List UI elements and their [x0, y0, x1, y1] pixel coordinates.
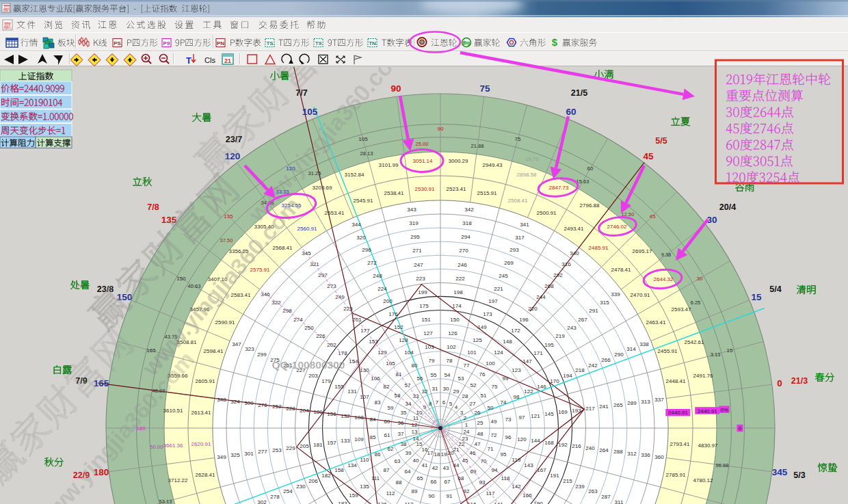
svg-text:196: 196 [519, 317, 529, 323]
svg-text:54: 54 [445, 372, 451, 378]
svg-text:339: 339 [611, 291, 620, 297]
svg-text:0: 0 [777, 378, 782, 388]
svg-text:153: 153 [369, 339, 378, 345]
svg-text:2605.91: 2605.91 [196, 378, 215, 384]
svg-text:24: 24 [464, 429, 470, 435]
svg-text:6.25: 6.25 [691, 300, 701, 306]
svg-text:2847.73: 2847.73 [549, 185, 569, 191]
svg-text:320: 320 [356, 235, 366, 241]
svg-text:2440.91: 2440.91 [668, 410, 688, 416]
svg-text:78: 78 [447, 358, 453, 364]
svg-text:6: 6 [442, 399, 446, 406]
svg-text:26: 26 [475, 410, 481, 416]
svg-text:287: 287 [601, 494, 611, 500]
svg-text:158: 158 [334, 467, 344, 473]
svg-text:295: 295 [410, 234, 420, 240]
svg-text:70: 70 [481, 458, 487, 464]
svg-text:294: 294 [461, 234, 471, 240]
svg-text:142: 142 [512, 483, 521, 490]
svg-text:73: 73 [505, 416, 512, 423]
svg-text:250: 250 [304, 325, 314, 331]
svg-text:151: 151 [421, 317, 431, 323]
svg-text:90: 90 [438, 126, 444, 132]
svg-text:167: 167 [537, 467, 546, 473]
svg-text:42: 42 [432, 465, 438, 471]
svg-text:314: 314 [626, 346, 636, 352]
svg-text:130: 130 [360, 367, 369, 373]
svg-text:124: 124 [494, 349, 503, 356]
svg-text:150: 150 [450, 317, 460, 323]
svg-text:202: 202 [327, 342, 336, 348]
svg-text:239: 239 [575, 483, 585, 490]
svg-text:221: 221 [494, 286, 503, 292]
svg-text:136: 136 [377, 501, 387, 504]
svg-text:244: 244 [536, 294, 546, 300]
svg-text:340: 340 [570, 250, 579, 256]
svg-text:5: 5 [449, 401, 453, 407]
svg-text:75: 75 [492, 384, 498, 390]
svg-text:246: 246 [458, 262, 467, 268]
svg-text:3.13: 3.13 [711, 352, 721, 358]
svg-text:191: 191 [550, 473, 559, 479]
svg-text:319: 319 [409, 220, 419, 226]
svg-text:172: 172 [511, 328, 520, 334]
svg-text:222: 222 [455, 276, 465, 282]
svg-text:51: 51 [481, 393, 487, 399]
svg-text:2560.91: 2560.91 [297, 226, 317, 232]
svg-text:60: 60 [566, 107, 576, 117]
svg-text:325: 325 [230, 452, 240, 458]
svg-text:107: 107 [360, 394, 369, 400]
svg-text:2590.91: 2590.91 [215, 319, 235, 326]
svg-text:146: 146 [537, 384, 546, 390]
svg-text:144: 144 [531, 438, 540, 444]
svg-text:3: 3 [460, 410, 464, 416]
svg-text:2644.32: 2644.32 [654, 276, 674, 282]
svg-text:5/4: 5/4 [769, 284, 781, 294]
svg-text:225: 225 [343, 306, 353, 312]
svg-text:15: 15 [727, 347, 733, 354]
svg-text:88: 88 [396, 479, 402, 486]
svg-text:148: 148 [503, 339, 512, 345]
svg-text:2545.91: 2545.91 [354, 198, 373, 204]
svg-text:318: 318 [462, 220, 472, 226]
svg-text:52: 52 [471, 382, 477, 388]
svg-text:263: 263 [588, 488, 598, 494]
svg-text:242: 242 [588, 362, 598, 369]
svg-text:64: 64 [405, 468, 411, 475]
svg-text:97: 97 [519, 414, 525, 421]
svg-text:229: 229 [286, 445, 295, 451]
svg-text:60: 60 [384, 419, 390, 425]
svg-text:T9: T9 [315, 40, 322, 47]
svg-text:344: 344 [352, 222, 361, 228]
svg-text:65: 65 [417, 475, 423, 481]
svg-text:39: 39 [406, 450, 412, 456]
svg-text:123: 123 [512, 367, 521, 373]
svg-text:173: 173 [483, 311, 492, 317]
svg-text:254: 254 [283, 488, 293, 494]
svg-text:53.13: 53.13 [159, 499, 172, 504]
svg-text:133: 133 [341, 438, 350, 444]
svg-text:56: 56 [417, 375, 423, 382]
svg-text:2538.41: 2538.41 [384, 190, 404, 196]
svg-text:2598.41: 2598.41 [204, 348, 224, 354]
svg-text:21: 21 [453, 447, 460, 453]
svg-text:109: 109 [354, 436, 364, 442]
svg-text:171: 171 [533, 350, 543, 356]
svg-text:215: 215 [563, 478, 572, 484]
svg-text:30: 30 [697, 276, 703, 282]
svg-text:106: 106 [371, 375, 380, 382]
svg-text:89: 89 [412, 488, 418, 494]
svg-text:66: 66 [431, 479, 437, 485]
svg-text:298: 298 [282, 308, 292, 314]
svg-text:43: 43 [443, 465, 449, 471]
svg-text:29: 29 [453, 388, 460, 395]
svg-text:80: 80 [412, 362, 418, 369]
svg-text:2949.43: 2949.43 [483, 162, 503, 168]
svg-text:135: 135 [224, 213, 233, 220]
svg-text:2508.41: 2508.41 [508, 198, 528, 204]
svg-text:3203.69: 3203.69 [313, 185, 332, 191]
svg-text:217: 217 [585, 406, 595, 412]
svg-text:103: 103 [425, 344, 434, 350]
svg-text:91: 91 [447, 493, 453, 499]
svg-text:61: 61 [384, 432, 390, 438]
